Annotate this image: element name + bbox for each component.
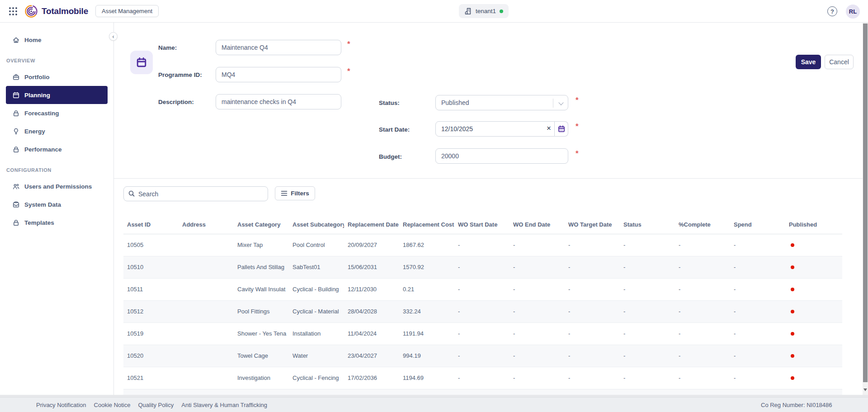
tenant-selector[interactable]: tenant1	[459, 4, 509, 18]
table-cell	[179, 367, 234, 389]
table-row[interactable]: 10521InvestigationCyclical - Fencing17/0…	[123, 367, 842, 389]
company-reg-number: Co Reg Number: NI018486	[761, 402, 832, 408]
table-cell: -	[565, 323, 620, 345]
cancel-button[interactable]: Cancel	[825, 55, 854, 69]
scrollbar-thumb[interactable]	[863, 24, 868, 382]
table-row[interactable]: 10505Mixer TapPool Control20/09/20271867…	[123, 234, 842, 256]
footer-link-cookie[interactable]: Cookie Notice	[94, 402, 131, 408]
table-cell	[179, 301, 234, 322]
footer-link-privacy[interactable]: Privacy Notification	[36, 402, 86, 408]
table-cell	[179, 345, 234, 367]
table-cell: -	[730, 323, 785, 345]
sidebar-item-templates[interactable]: Templates	[6, 213, 108, 232]
budget-field[interactable]	[435, 148, 568, 164]
sidebar-item-home[interactable]: Home	[6, 31, 108, 49]
table-cell-published	[785, 301, 840, 322]
briefcase-icon	[12, 73, 20, 81]
footer-link-anti-slavery[interactable]: Anti Slavery & Human Trafficking	[181, 402, 267, 408]
table-cell: -	[509, 301, 565, 322]
table-cell: 1191.94	[399, 323, 454, 345]
published-indicator	[791, 243, 794, 247]
table-row[interactable]: 10511Cavity Wall InsulatCyclical - Build…	[123, 279, 842, 301]
published-indicator	[791, 288, 794, 291]
filter-lines-icon	[281, 190, 288, 196]
table-row[interactable]: 10520Towel CageWater23/04/2027994.19----…	[123, 345, 842, 367]
column-header: %Complete	[675, 215, 730, 234]
table-cell: Cyclical - Building	[289, 279, 344, 300]
sidebar-item-energy[interactable]: Energy	[6, 122, 108, 140]
table-row-partial	[123, 389, 842, 395]
sidebar-item-planning[interactable]: Planning	[6, 86, 108, 104]
table-cell: -	[730, 279, 785, 300]
table-cell: -	[509, 345, 565, 367]
table-cell: 10505	[123, 234, 179, 256]
save-button[interactable]: Save	[796, 55, 821, 69]
brand-logo[interactable]: Totalmobile	[24, 5, 88, 18]
apps-grid-icon[interactable]	[7, 5, 19, 17]
column-header: Asset Subcategory	[289, 215, 344, 234]
sidebar-item-label: System Data	[24, 201, 61, 208]
app-badge[interactable]: Asset Management	[95, 5, 159, 17]
lock-icon	[12, 146, 20, 153]
table-cell-published	[785, 256, 840, 278]
search-input[interactable]	[123, 186, 268, 201]
start-date-field[interactable]	[435, 121, 555, 137]
clear-date-icon[interactable]: ×	[547, 124, 551, 133]
sidebar-item-system-data[interactable]: System Data	[6, 195, 108, 213]
table-cell: Pool Fittings	[234, 301, 289, 322]
table-cell: -	[675, 279, 730, 300]
table-cell	[179, 279, 234, 300]
table-cell: 10512	[123, 301, 179, 322]
sidebar-item-label: Forecasting	[24, 110, 59, 117]
totalmobile-logo-icon	[24, 5, 38, 18]
column-header: WO Start Date	[454, 215, 509, 234]
programme-tile	[130, 51, 153, 74]
table-cell-published	[785, 345, 840, 367]
column-header: WO End Date	[509, 215, 565, 234]
table-row[interactable]: 10512Pool FittingsCyclical - Material28/…	[123, 301, 842, 323]
programme-id-field[interactable]	[216, 67, 341, 82]
sidebar-item-users-and-permissions[interactable]: Users and Permissions	[6, 177, 108, 195]
table-cell: 28/04/2028	[344, 301, 399, 322]
table-cell: 1867.62	[399, 234, 454, 256]
sidebar-item-forecasting[interactable]: Forecasting	[6, 104, 108, 122]
scroll-down-arrow-icon[interactable]	[863, 388, 867, 391]
sidebar-collapse-button[interactable]: ‹	[109, 32, 118, 41]
filters-button[interactable]: Filters	[275, 186, 315, 200]
table-cell: -	[730, 234, 785, 256]
table-cell: -	[675, 323, 730, 345]
column-header: Address	[179, 215, 234, 234]
published-indicator	[791, 265, 794, 269]
programme-id-label: Programme ID:	[158, 71, 202, 78]
table-cell: -	[454, 301, 509, 322]
footer-link-quality[interactable]: Quality Policy	[138, 402, 174, 408]
calendar-picker-button[interactable]	[555, 121, 568, 137]
table-cell: 10519	[123, 323, 179, 345]
table-cell: 332.24	[399, 301, 454, 322]
table-cell: 12/11/2030	[344, 279, 399, 300]
description-field[interactable]	[216, 94, 341, 109]
table-cell: -	[620, 301, 675, 322]
table-cell: 0.21	[399, 279, 454, 300]
table-cell: -	[675, 234, 730, 256]
sidebar-item-portfolio[interactable]: Portfolio	[6, 68, 108, 86]
tenant-status-dot	[500, 9, 503, 13]
table-cell: -	[730, 301, 785, 322]
help-icon[interactable]: ?	[827, 6, 837, 16]
search-icon	[128, 190, 135, 197]
users-icon	[12, 183, 20, 190]
name-field[interactable]	[216, 40, 341, 55]
required-asterisk: *	[347, 40, 350, 49]
avatar[interactable]: RL	[846, 5, 860, 19]
start-date-label: Start Date:	[379, 126, 410, 133]
main-content: Name: * Programme ID: * Description: Sta…	[114, 23, 863, 395]
table-row[interactable]: 10510Pallets And StillagSabTest0115/06/2…	[123, 256, 842, 279]
table-cell: Shower - Yes Tena	[234, 323, 289, 345]
table-cell: -	[565, 234, 620, 256]
status-select[interactable]: Published	[435, 95, 568, 110]
column-header: Status	[620, 215, 675, 234]
sidebar-item-performance[interactable]: Performance	[6, 140, 108, 158]
table-row[interactable]: 10519Shower - Yes TenaInstallation11/04/…	[123, 323, 842, 345]
vertical-scrollbar[interactable]	[863, 23, 868, 395]
column-header: Replacement Cost	[399, 215, 454, 234]
